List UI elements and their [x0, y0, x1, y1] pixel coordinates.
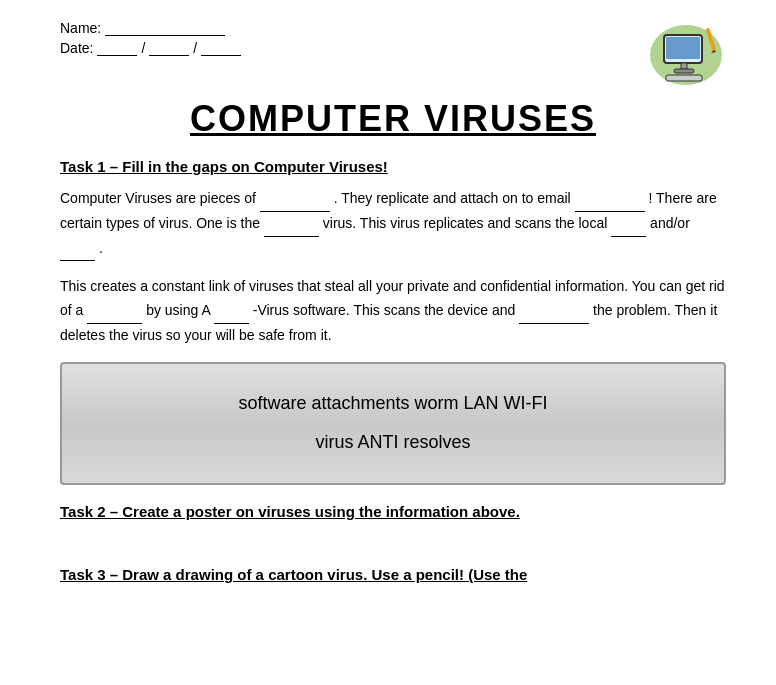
task1-paragraph1: Computer Viruses are pieces of . They re…	[60, 187, 726, 261]
svg-rect-5	[666, 75, 702, 81]
date-label: Date:	[60, 40, 93, 56]
blank-wifi[interactable]	[60, 237, 95, 262]
task1-heading: Task 1 – Fill in the gaps on Computer Vi…	[60, 158, 726, 175]
word-box: software attachments worm LAN WI-FI viru…	[60, 362, 726, 485]
date-month[interactable]	[149, 40, 189, 56]
name-label: Name:	[60, 20, 101, 36]
blank-software[interactable]	[260, 187, 330, 212]
date-line: Date: / /	[60, 40, 241, 56]
task1-paragraph2: This creates a constant link of viruses …	[60, 275, 726, 347]
blank-resolves[interactable]	[519, 299, 589, 324]
task2-heading: Task 2 – Create a poster on viruses usin…	[60, 503, 726, 520]
svg-rect-4	[674, 69, 694, 73]
para1-text-a: Computer Viruses are pieces of	[60, 190, 256, 206]
para1-text-e: and/or	[650, 215, 690, 231]
para1-text-b: . They replicate and attach on to email	[334, 190, 571, 206]
word-box-row2: virus ANTI resolves	[92, 423, 694, 463]
para1-text-f: .	[99, 240, 103, 256]
date-day[interactable]	[97, 40, 137, 56]
date-year[interactable]	[201, 40, 241, 56]
para1-text-d: virus. This virus replicates and scans t…	[323, 215, 608, 231]
date-sep2: /	[193, 40, 197, 56]
blank-worm[interactable]	[264, 212, 319, 237]
blank-lan[interactable]	[611, 212, 646, 237]
computer-icon	[646, 20, 726, 90]
svg-rect-3	[681, 63, 687, 69]
name-date-block: Name: Date: / /	[60, 20, 241, 56]
date-sep1: /	[141, 40, 145, 56]
para2-text-b: by using A	[146, 302, 210, 318]
header-row: Name: Date: / /	[60, 20, 726, 90]
blank-attachments[interactable]	[575, 187, 645, 212]
page-title: COMPUTER VIRUSES	[60, 98, 726, 140]
blank-virus[interactable]	[87, 299, 142, 324]
task3-heading: Task 3 – Draw a drawing of a cartoon vir…	[60, 566, 726, 583]
word-box-row1: software attachments worm LAN WI-FI	[92, 384, 694, 424]
name-field[interactable]	[105, 20, 225, 36]
para2-text-c: -Virus software. This scans the device a…	[253, 302, 516, 318]
name-line: Name:	[60, 20, 241, 36]
svg-rect-2	[666, 37, 700, 59]
blank-anti[interactable]	[214, 299, 249, 324]
